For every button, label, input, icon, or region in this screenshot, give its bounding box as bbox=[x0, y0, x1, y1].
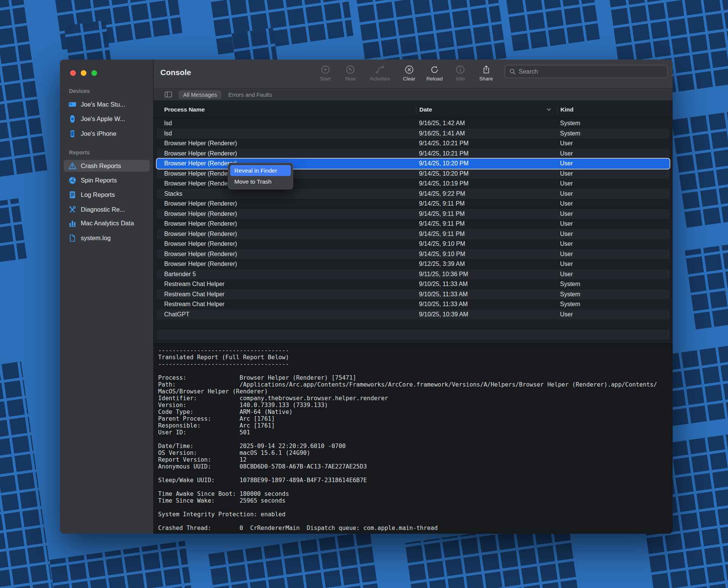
cell-date: 9/16/25, 1:42 AM bbox=[416, 120, 560, 127]
main-panel: Console Start Now Activities Clear bbox=[154, 60, 673, 534]
column-header-date[interactable]: Date bbox=[416, 106, 557, 113]
background-pattern-block bbox=[209, 531, 380, 588]
cell-date: 9/14/25, 9:11 PM bbox=[416, 220, 560, 227]
clear-button[interactable]: Clear bbox=[403, 65, 415, 82]
cell-process: Restream Chat Helper bbox=[157, 281, 416, 288]
table-row[interactable]: Browser Helper (Renderer)9/14/25, 9:11 P… bbox=[157, 229, 670, 239]
background-pattern-block bbox=[0, 0, 47, 177]
cell-process: Browser Helper (Renderer) bbox=[157, 150, 416, 157]
table-row[interactable]: Browser Helper (Renderer)9/12/25, 3:39 A… bbox=[157, 259, 670, 269]
share-button-label: Share bbox=[479, 76, 493, 82]
minimize-window-button[interactable] bbox=[81, 70, 86, 76]
column-header-kind[interactable]: Kind bbox=[557, 106, 673, 113]
close-window-button[interactable] bbox=[70, 70, 76, 76]
cell-process: lsd bbox=[157, 130, 416, 137]
tab-errors-and-faults[interactable]: Errors and Faults bbox=[224, 90, 276, 99]
tools-icon bbox=[68, 205, 77, 214]
table-row[interactable]: Browser Helper (Renderer)9/14/25, 9:11 P… bbox=[157, 209, 670, 219]
cell-date: 9/16/25, 1:41 AM bbox=[416, 130, 560, 137]
search-field[interactable] bbox=[505, 65, 668, 78]
now-button[interactable]: Now bbox=[345, 65, 355, 82]
sidebar-item-crash-reports[interactable]: Crash Reports bbox=[64, 160, 150, 172]
cell-date: 9/14/25, 10:21 PM bbox=[416, 150, 560, 157]
cell-date: 9/14/25, 10:20 PM bbox=[416, 170, 560, 177]
reload-button[interactable]: Reload bbox=[427, 65, 443, 82]
cell-date: 9/14/25, 9:11 PM bbox=[416, 231, 560, 237]
cell-kind: User bbox=[560, 251, 670, 258]
menu-item-move-to-trash[interactable]: Move to Trash bbox=[230, 176, 291, 187]
crash-report-text: ------------------------------------- Tr… bbox=[158, 347, 672, 531]
activities-button[interactable]: Activities bbox=[370, 65, 390, 82]
table-rows: lsd9/16/25, 1:42 AMSystemlsd9/16/25, 1:4… bbox=[157, 118, 670, 340]
start-button-label: Start bbox=[320, 76, 331, 82]
table-row[interactable]: lsd9/16/25, 1:42 AMSystem bbox=[157, 118, 670, 129]
cell-date: 9/11/25, 10:36 PM bbox=[416, 271, 560, 278]
table-row-empty bbox=[157, 319, 670, 330]
report-pane: ------------------------------------- Tr… bbox=[154, 343, 673, 534]
cell-kind: User bbox=[560, 261, 670, 267]
sidebar-item-log-reports[interactable]: Log Reports bbox=[64, 189, 150, 201]
warning-triangle-icon bbox=[68, 162, 77, 170]
table-row[interactable]: Browser Helper (Renderer)9/14/25, 9:10 P… bbox=[157, 239, 670, 249]
sidebar-item-label: Crash Reports bbox=[81, 162, 121, 170]
sidebar-item-spin-reports[interactable]: Spin Reports bbox=[64, 175, 150, 186]
activity-path-icon bbox=[375, 65, 384, 74]
cell-kind: User bbox=[560, 220, 670, 227]
table-row[interactable]: Restream Chat Helper9/10/25, 11:33 AMSys… bbox=[157, 279, 670, 289]
table-row[interactable]: Restream Chat Helper9/10/25, 11:33 AMSys… bbox=[157, 289, 670, 300]
cell-date: 9/10/25, 11:33 AM bbox=[416, 291, 560, 298]
table-row[interactable]: Browser Helper (Renderer)9/14/25, 9:11 P… bbox=[157, 219, 670, 229]
search-input[interactable] bbox=[519, 68, 664, 75]
cell-process: Browser Helper (Renderer) bbox=[157, 211, 416, 217]
sidebar-item-label: Joe's Apple W... bbox=[81, 115, 125, 123]
cell-process: Browser Helper (Renderer) bbox=[157, 231, 416, 237]
menu-item-reveal-in-finder[interactable]: Reveal in Finder bbox=[230, 165, 291, 176]
magnifier-icon bbox=[509, 68, 516, 75]
table-row[interactable]: Browser Helper (Renderer)9/14/25, 9:11 P… bbox=[157, 199, 670, 209]
table-row[interactable]: Stacks9/14/25, 9:22 PMUser bbox=[157, 189, 670, 199]
cell-kind: System bbox=[560, 291, 670, 298]
table-row[interactable]: Browser Helper (Renderer)9/14/25, 9:10 P… bbox=[157, 249, 670, 259]
cell-process: Browser Helper (Renderer) bbox=[157, 140, 416, 147]
background-pattern-block bbox=[504, 0, 600, 51]
window-controls bbox=[70, 70, 97, 76]
sort-chevron-down-icon bbox=[547, 108, 551, 111]
column-header-process-name[interactable]: Process Name bbox=[154, 106, 416, 113]
cell-process: lsd bbox=[157, 120, 416, 127]
sidebar-item-joes-mac[interactable]: Joe's Mac Stu... bbox=[64, 99, 150, 110]
table-row[interactable]: Browser Helper (Renderer)9/14/25, 10:21 … bbox=[157, 138, 670, 149]
sidebar-toggle-icon[interactable] bbox=[164, 90, 173, 99]
arrow-up-left-circle-icon bbox=[345, 65, 355, 74]
table-row[interactable]: Browser Helper (Renderer)9/14/25, 10:21 … bbox=[157, 149, 670, 159]
zoom-window-button[interactable] bbox=[91, 70, 97, 76]
cell-process: Stacks bbox=[157, 190, 416, 197]
cell-process: Browser Helper (Renderer) bbox=[157, 220, 416, 227]
sidebar-item-mac-analytics-data[interactable]: Mac Analytics Data bbox=[64, 217, 150, 229]
table-row[interactable]: lsd9/16/25, 1:41 AMSystem bbox=[157, 129, 670, 139]
start-button[interactable]: Start bbox=[320, 65, 331, 82]
sidebar-section-reports: Reports bbox=[69, 149, 90, 156]
table-row-empty bbox=[157, 330, 670, 340]
clear-button-label: Clear bbox=[403, 76, 415, 82]
background-pattern-block bbox=[672, 110, 728, 228]
info-button-label: Info bbox=[456, 76, 465, 82]
spinner-icon bbox=[68, 176, 77, 184]
table-row[interactable]: ChatGPT9/10/25, 10:39 AMUser bbox=[157, 310, 670, 320]
background-pattern-block bbox=[0, 362, 54, 588]
table-row[interactable]: Bartender 59/11/25, 10:36 PMUser bbox=[157, 269, 670, 280]
tab-all-messages[interactable]: All Messages bbox=[179, 90, 221, 99]
share-box-arrow-icon bbox=[482, 65, 491, 74]
cell-process: Restream Chat Helper bbox=[157, 291, 416, 298]
info-button[interactable]: Info bbox=[456, 65, 465, 82]
table-row[interactable]: Restream Chat Helper9/10/25, 11:33 AMSys… bbox=[157, 299, 670, 310]
sidebar-item-joes-apple-watch[interactable]: Joe's Apple W... bbox=[64, 113, 150, 125]
cell-date: 9/10/25, 11:33 AM bbox=[416, 281, 560, 288]
sidebar-item-diagnostic-reports[interactable]: Diagnostic Re... bbox=[64, 204, 150, 215]
sidebar-item-joes-iphone[interactable]: Joe's iPhone bbox=[64, 128, 150, 140]
cell-kind: User bbox=[560, 231, 670, 237]
sidebar-item-system-log[interactable]: system.log bbox=[64, 232, 150, 244]
share-button[interactable]: Share bbox=[479, 65, 493, 82]
mac-icon bbox=[68, 100, 77, 108]
message-table: Process Name Date Kind lsd9/16/25, 1:42 … bbox=[154, 101, 673, 343]
cell-date: 9/14/25, 10:21 PM bbox=[416, 140, 560, 147]
